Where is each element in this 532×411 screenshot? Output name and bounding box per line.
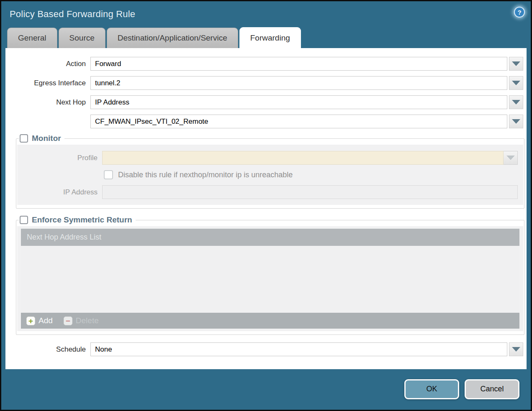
chevron-down-icon xyxy=(512,100,520,105)
monitor-legend-label: Monitor xyxy=(32,134,61,143)
monitor-panel: Profile Disable this rule if nexthop/mon… xyxy=(17,145,523,205)
chevron-down-icon xyxy=(512,119,520,124)
dialog-footer: OK Cancel xyxy=(1,369,531,409)
monitor-legend: Monitor xyxy=(19,134,64,143)
action-input[interactable] xyxy=(90,57,507,71)
next-hop-address-input[interactable] xyxy=(90,115,507,128)
egress-interface-row: Egress Interface xyxy=(5,76,527,90)
delete-button-label: Delete xyxy=(76,316,99,325)
tab-general[interactable]: General xyxy=(7,28,57,48)
next-hop-dropdown-button[interactable] xyxy=(509,95,523,109)
minus-icon: − xyxy=(64,317,72,325)
schedule-input[interactable] xyxy=(90,342,507,356)
next-hop-address-list-footer: + Add − Delete xyxy=(21,313,519,329)
next-hop-row: Next Hop xyxy=(5,95,527,109)
cancel-button[interactable]: Cancel xyxy=(465,379,519,399)
plus-icon: + xyxy=(26,317,35,325)
enforce-symmetric-return-fieldset: Enforce Symmetric Return Next Hop Addres… xyxy=(16,215,524,335)
egress-interface-dropdown-button[interactable] xyxy=(509,76,523,90)
disable-rule-label: Disable this rule if nexthop/monitor ip … xyxy=(118,171,293,179)
add-button[interactable]: + Add xyxy=(26,316,53,325)
next-hop-address-row xyxy=(5,115,527,128)
schedule-dropdown-button[interactable] xyxy=(509,342,523,356)
chevron-down-icon xyxy=(512,347,520,352)
next-hop-address-list-table: Next Hop Address List + Add − Delete xyxy=(21,229,519,329)
next-hop-type-input[interactable] xyxy=(90,95,507,109)
action-label: Action xyxy=(5,60,86,68)
profile-dropdown-button xyxy=(504,151,518,165)
dialog-title: Policy Based Forwarding Rule xyxy=(10,9,135,20)
add-button-label: Add xyxy=(39,316,53,325)
disable-rule-row: Disable this rule if nexthop/monitor ip … xyxy=(104,170,523,179)
egress-interface-input[interactable] xyxy=(90,76,507,90)
egress-interface-label: Egress Interface xyxy=(5,79,86,87)
enforce-symmetric-return-legend: Enforce Symmetric Return xyxy=(19,215,136,225)
disable-rule-checkbox xyxy=(104,170,113,179)
next-hop-address-list-body[interactable] xyxy=(21,246,519,313)
dialog-titlebar: Policy Based Forwarding Rule ? xyxy=(1,1,531,27)
profile-input xyxy=(102,151,504,165)
action-dropdown-button[interactable] xyxy=(509,57,523,71)
monitor-fieldset: Monitor Profile Disable this rule if nex… xyxy=(16,134,524,209)
tab-forwarding[interactable]: Forwarding xyxy=(239,27,301,48)
monitor-ip-address-input xyxy=(102,185,518,199)
profile-label: Profile xyxy=(17,154,98,162)
tab-source[interactable]: Source xyxy=(59,28,105,48)
help-icon[interactable]: ? xyxy=(514,7,525,18)
enforce-symmetric-return-checkbox[interactable] xyxy=(20,216,28,224)
next-hop-label: Next Hop xyxy=(5,98,86,107)
policy-based-forwarding-dialog: Policy Based Forwarding Rule ? General S… xyxy=(0,0,532,411)
tab-destination-application-service[interactable]: Destination/Application/Service xyxy=(107,28,238,48)
profile-row: Profile xyxy=(17,151,523,165)
tab-bar: General Source Destination/Application/S… xyxy=(1,27,531,48)
tab-content-forwarding: Action Egress Interface Next Hop xyxy=(5,48,527,369)
chevron-down-icon xyxy=(506,156,515,160)
chevron-down-icon xyxy=(512,61,520,66)
monitor-ip-address-row: IP Address xyxy=(17,185,523,199)
next-hop-address-dropdown-button[interactable] xyxy=(509,115,523,128)
monitor-checkbox[interactable] xyxy=(20,134,28,143)
delete-button: − Delete xyxy=(64,316,99,325)
schedule-row: Schedule xyxy=(5,342,527,356)
monitor-ip-address-label: IP Address xyxy=(17,188,98,197)
enforce-symmetric-return-panel: Next Hop Address List + Add − Delete xyxy=(17,226,523,331)
action-row: Action xyxy=(5,57,527,71)
enforce-symmetric-return-legend-label: Enforce Symmetric Return xyxy=(32,215,132,225)
chevron-down-icon xyxy=(512,81,520,85)
schedule-label: Schedule xyxy=(5,345,86,354)
ok-button[interactable]: OK xyxy=(404,379,459,399)
next-hop-address-list-header: Next Hop Address List xyxy=(21,229,519,246)
